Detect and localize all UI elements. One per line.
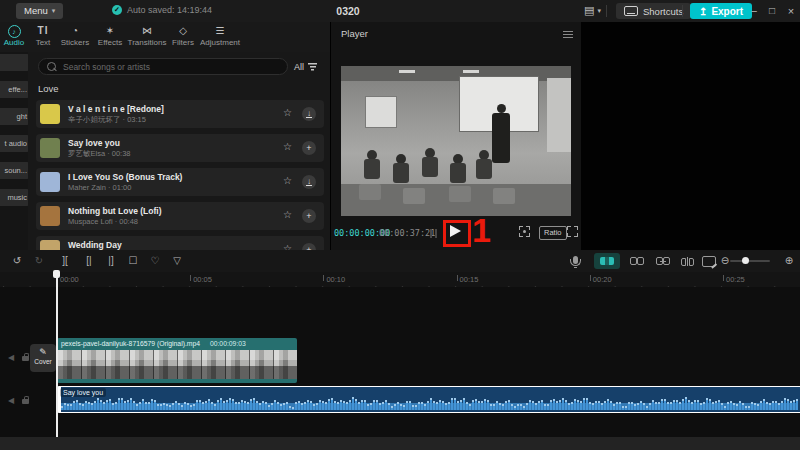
sidebar-item[interactable]: effe... [0,81,30,98]
sidebar-item[interactable]: music [0,189,30,206]
filters-icon: ◇ [166,24,200,37]
ruler-tick-label: 00:05 [193,275,212,284]
text-icon: TI [29,24,57,37]
video-track-lock-icon[interactable] [22,356,29,361]
funnel-icon [308,63,317,71]
search-input[interactable] [61,61,279,73]
filter-button[interactable]: All [294,59,317,74]
album-art [40,206,60,226]
ruler-tick-label: 00:10 [326,275,345,284]
tab-filters[interactable]: ◇ Filters [166,24,200,47]
song-card[interactable]: Wedding Day☆+ [36,236,324,250]
delete-icon[interactable]: ☐ [124,250,142,272]
split-icon[interactable]: ][ [56,250,74,272]
shortcuts-label: Shortcuts [643,6,683,17]
effects-icon: ✶ [92,24,128,37]
song-card[interactable]: I Love You So (Bonus Track)Maher Zain · … [36,168,324,196]
player-menu-icon[interactable] [563,31,573,32]
presenter-head [497,104,506,113]
video-clip-footer [57,379,297,383]
song-title: Wedding Day [68,240,122,250]
audio-icon: ♪ [0,24,28,37]
mask-icon[interactable]: ▽ [168,250,186,272]
shortcuts-button[interactable]: Shortcuts [616,3,691,19]
snapshot-icon[interactable] [519,226,530,237]
pause-icon[interactable] [430,229,437,238]
auto-snap-icon[interactable] [628,250,646,272]
video-clip[interactable]: pexels-pavel-danilyuk-8716579 (Original)… [57,338,297,383]
ratio-button[interactable]: Ratio [539,226,567,240]
sidebar-item[interactable] [0,54,30,71]
divider [682,5,683,17]
chair [493,188,515,204]
document-title: 0320 [318,5,378,17]
cover-button[interactable]: ✎ Cover [30,344,56,372]
whiteboard [365,96,397,128]
song-card[interactable]: Say love you罗艺敏Elsa · 00:38☆+ [36,134,324,162]
close-button[interactable]: × [783,2,799,20]
redo-icon[interactable]: ↻ [30,250,48,272]
song-artist: 罗艺敏Elsa · 00:38 [68,149,131,159]
sidebar-item[interactable]: t audio [0,135,30,152]
search-bar[interactable] [38,58,288,75]
download-button[interactable]: ↓ [302,107,316,121]
main-track-magnet-icon[interactable] [594,253,620,269]
add-to-track-button[interactable]: + [302,243,316,250]
audio-track-lock-icon[interactable] [22,399,29,404]
ruler-tick [723,275,724,281]
song-title: Nothing but Love (Lofi) [68,206,161,216]
zoom-slider-icon[interactable] [728,250,772,272]
add-to-track-button[interactable]: + [302,141,316,155]
ruler-tick [457,275,458,281]
tab-transitions[interactable]: ⋈ Transitions [126,24,168,47]
presenter-body [492,113,510,163]
window [547,78,571,152]
ruler-tick-label: 00:25 [726,275,745,284]
menu-button[interactable]: Menu ▾ [16,3,63,19]
linkage-icon[interactable] [654,250,672,272]
export-button[interactable]: ↥ Export [690,3,752,19]
playhead-handle[interactable] [53,270,60,278]
song-card[interactable]: V a l e n t i n e [Redone]辛子小姐玩坏了 · 03:1… [36,100,324,128]
video-preview[interactable] [341,66,571,216]
tab-stickers[interactable]: ◔ Stickers [58,24,92,47]
sidebar-item[interactable]: soun... [0,162,30,179]
fullscreen-icon[interactable] [567,226,578,237]
undo-icon[interactable]: ↺ [8,250,26,272]
player-title: Player [341,28,368,39]
favorite-star-icon[interactable]: ☆ [283,107,292,118]
tab-effects[interactable]: ✶ Effects [92,24,128,47]
audio-track-mute-icon[interactable]: ◀ [8,396,14,405]
split-right-icon[interactable]: |] [102,250,120,272]
audience-body [476,159,492,179]
microphone-icon[interactable] [566,250,584,272]
favorite-star-icon[interactable]: ☆ [283,243,292,250]
zoom-in-icon[interactable]: ⊕ [780,250,798,272]
song-card[interactable]: Nothing but Love (Lofi)Muspace Lofi · 00… [36,202,324,230]
album-art [40,104,60,124]
split-left-icon[interactable]: [| [80,250,98,272]
tab-text[interactable]: TI Text [29,24,57,47]
minimize-button[interactable]: – [746,2,762,20]
add-to-track-button[interactable]: + [302,209,316,223]
timeline-ruler[interactable]: 00:0000:0500:1000:1500:2000:25 [0,272,800,287]
video-track-mute-icon[interactable]: ◀ [8,353,14,362]
audio-clip[interactable]: Say love you [57,386,800,413]
favorite-star-icon[interactable]: ☆ [283,141,292,152]
annotation-box [443,220,471,247]
music-panel: All Love V a l e n t i n e [Redone]辛子小姐玩… [28,52,330,250]
tab-adjustment[interactable]: ☰ Adjustment [196,24,244,47]
chair [359,184,381,200]
search-icon [47,62,56,71]
layout-toggle-button[interactable]: ▤ ▾ [584,4,601,17]
favorite-star-icon[interactable]: ☆ [283,175,292,186]
maximize-button[interactable]: □ [764,2,780,20]
ruler-tick [190,275,191,281]
download-button[interactable]: ↓ [302,175,316,189]
favorite-star-icon[interactable]: ☆ [283,209,292,220]
mirror-icon[interactable]: ♡ [146,250,164,272]
menu-label: Menu [24,3,48,19]
sidebar-item[interactable]: ght [0,108,30,125]
preview-axis-icon[interactable] [678,250,696,272]
tab-audio[interactable]: ♪ Audio [0,24,28,47]
